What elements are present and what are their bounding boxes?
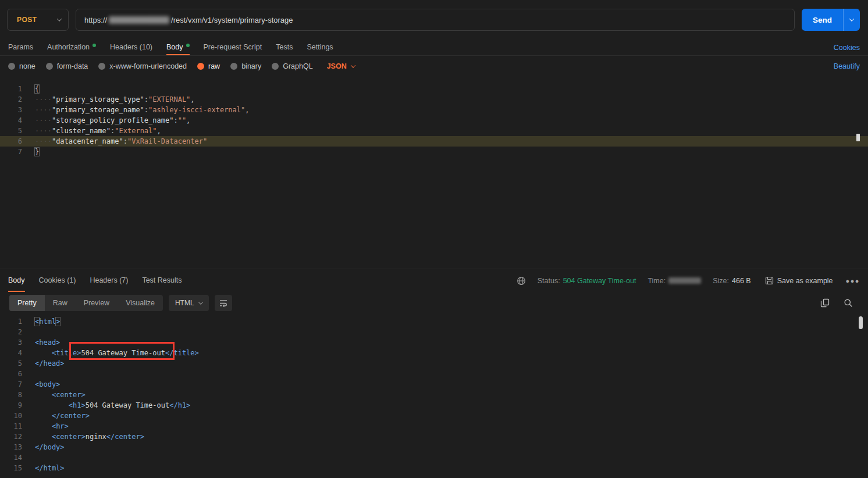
format-label: HTML	[175, 299, 194, 307]
code-line-9[interactable]: 9 <h1>504 Gateway Time-out</h1>	[0, 400, 868, 411]
search-icon[interactable]	[844, 298, 853, 308]
request-url-bar: POST https:// /rest/vxm/v1/system/primar…	[0, 0, 868, 40]
code-text: <hr>	[35, 421, 69, 431]
code-line-6[interactable]: 6	[0, 369, 868, 379]
code-line-1[interactable]: 1{	[0, 84, 868, 94]
response-body-editor[interactable]: 1<html>23<head>4 <title>504 Gateway Time…	[0, 314, 868, 478]
scrollbar-thumb[interactable]	[859, 316, 863, 329]
response-meta: Status: 504 Gateway Time-out Time: Size:…	[517, 269, 860, 292]
method-dropdown[interactable]: POST	[7, 9, 69, 31]
line-number: 5	[0, 126, 26, 136]
beautify-link[interactable]: Beautify	[834, 62, 860, 70]
mode-form-data-radio[interactable]: form-data	[46, 62, 88, 70]
wrap-lines-button[interactable]	[215, 295, 232, 311]
mode-urlencoded-radio[interactable]: x-www-form-urlencoded	[98, 62, 187, 70]
tab-params[interactable]: Params	[8, 40, 33, 55]
code-line-3[interactable]: 3····"primary_storage_name":"ashley-iscc…	[0, 105, 868, 115]
line-number: 11	[0, 421, 26, 431]
code-line-6[interactable]: 6····"datacenter_name":"VxRail-Datacente…	[0, 136, 868, 147]
redacted-host-blur	[109, 16, 169, 24]
code-line-5[interactable]: 5····"cluster_name":"External",	[0, 126, 868, 136]
tab-response-cookies[interactable]: Cookies (1)	[39, 269, 76, 292]
copy-icon[interactable]	[820, 298, 830, 308]
radio-label: none	[19, 62, 35, 70]
view-raw-button[interactable]: Raw	[45, 295, 76, 311]
line-number: 2	[0, 94, 26, 105]
line-number: 7	[0, 379, 26, 390]
code-line-12[interactable]: 12 <center>nginx</center>	[0, 431, 868, 442]
request-body-editor[interactable]: 1{2····"primary_storage_type":"EXTERNAL"…	[0, 79, 868, 269]
code-line-7[interactable]: 7}	[0, 147, 868, 157]
code-line-15[interactable]: 15</html>	[0, 463, 868, 473]
tab-headers[interactable]: Headers (10)	[110, 40, 152, 55]
code-text: ····"primary_storage_name":"ashley-iscci…	[35, 105, 250, 115]
response-format-dropdown[interactable]: HTML	[169, 295, 209, 311]
wrap-text-icon	[219, 298, 228, 308]
line-number: 4	[0, 115, 26, 126]
send-options-button[interactable]	[844, 9, 860, 31]
tab-authorization[interactable]: Authorization	[47, 40, 96, 55]
cookies-link[interactable]: Cookies	[834, 44, 860, 52]
mode-graphql-radio[interactable]: GraphQL	[272, 62, 312, 70]
tab-settings[interactable]: Settings	[307, 40, 333, 55]
globe-icon[interactable]	[517, 276, 526, 286]
line-number: 13	[0, 442, 26, 452]
response-action-icons	[820, 298, 859, 308]
mode-raw-radio[interactable]: raw	[197, 62, 220, 70]
method-label: POST	[17, 16, 37, 24]
save-as-example-button[interactable]: Save as example	[765, 276, 833, 285]
status-label: Status:	[538, 277, 560, 285]
time-group: Time:	[648, 277, 701, 285]
line-number: 8	[0, 390, 26, 400]
code-line-2[interactable]: 2····"primary_storage_type":"EXTERNAL",	[0, 94, 868, 105]
view-preview-button[interactable]: Preview	[76, 295, 118, 311]
code-line-1[interactable]: 1<html>	[0, 316, 868, 327]
code-line-10[interactable]: 10 </center>	[0, 411, 868, 421]
code-line-7[interactable]: 7<body>	[0, 379, 868, 390]
modified-dot	[93, 44, 96, 47]
tab-test-results[interactable]: Test Results	[142, 269, 182, 292]
code-line-4[interactable]: 4····"storage_policy_profile_name":"",	[0, 115, 868, 126]
code-text: {	[35, 84, 39, 94]
status-value: 504 Gateway Time-out	[563, 277, 636, 285]
code-line-13[interactable]: 13</body>	[0, 442, 868, 452]
response-view-toolbar: Pretty Raw Preview Visualize HTML	[0, 292, 868, 314]
size-group: Size: 466 B	[713, 277, 750, 285]
chevron-down-icon	[198, 299, 202, 304]
code-text: <html>	[35, 316, 60, 327]
radio-label: x-www-form-urlencoded	[109, 62, 187, 70]
view-pretty-button[interactable]: Pretty	[9, 295, 45, 311]
tab-label: Body	[166, 43, 183, 51]
tab-tests[interactable]: Tests	[276, 40, 293, 55]
radio-icon	[197, 63, 204, 70]
radio-icon	[230, 63, 237, 70]
line-number: 1	[0, 84, 26, 94]
code-text: </center>	[35, 411, 90, 421]
line-number: 1	[0, 316, 26, 327]
tab-label: Pre-request Script	[204, 43, 262, 51]
language-dropdown[interactable]: JSON	[327, 62, 355, 70]
mode-binary-radio[interactable]: binary	[230, 62, 261, 70]
tab-response-headers[interactable]: Headers (7)	[90, 269, 128, 292]
radio-icon	[46, 63, 53, 70]
send-button[interactable]: Send	[802, 9, 843, 31]
code-text: ····"cluster_name":"External",	[35, 126, 161, 136]
chevron-down-icon	[350, 63, 355, 67]
code-line-8[interactable]: 8 <center>	[0, 390, 868, 400]
line-number: 15	[0, 463, 26, 473]
code-line-11[interactable]: 11 <hr>	[0, 421, 868, 431]
tab-label: Body	[8, 276, 25, 284]
line-number: 12	[0, 431, 26, 442]
tab-response-body[interactable]: Body	[8, 269, 25, 292]
code-line-2[interactable]: 2	[0, 327, 868, 337]
view-visualize-button[interactable]: Visualize	[118, 295, 163, 311]
code-line-14[interactable]: 14	[0, 452, 868, 463]
tab-body[interactable]: Body	[166, 40, 190, 55]
tab-pre-request-script[interactable]: Pre-request Script	[204, 40, 262, 55]
mode-none-radio[interactable]: none	[8, 62, 35, 70]
url-path: /rest/vxm/v1/system/primary-storage	[171, 16, 293, 24]
save-icon	[765, 276, 774, 285]
more-options-icon[interactable]: ●●●	[846, 277, 860, 284]
radio-label: binary	[241, 62, 261, 70]
url-input[interactable]: https:// /rest/vxm/v1/system/primary-sto…	[76, 9, 795, 31]
